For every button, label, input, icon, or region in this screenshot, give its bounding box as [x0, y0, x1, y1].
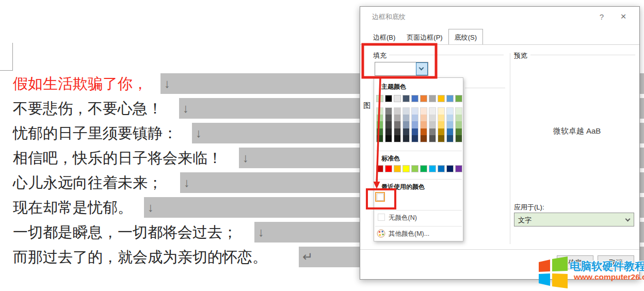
tab-borders[interactable]: 边框(B): [367, 30, 401, 44]
theme-variant-swatch[interactable]: [447, 115, 453, 121]
line-break-mark-icon: ↓: [148, 197, 154, 218]
tab-page-border[interactable]: 页面边框(P): [401, 30, 448, 44]
theme-color-swatch[interactable]: [438, 95, 445, 102]
standard-color-swatch[interactable]: [394, 165, 401, 172]
theme-variant-swatch[interactable]: [377, 108, 383, 115]
tabstrip-divider: [360, 44, 639, 45]
theme-color-swatch[interactable]: [429, 95, 436, 102]
theme-variant-swatch[interactable]: [447, 108, 453, 115]
theme-variant-swatch[interactable]: [377, 115, 383, 121]
recent-color-swatch-selected[interactable]: [375, 192, 385, 202]
text-boundary-corner-vline: [12, 43, 13, 70]
theme-variant-swatch[interactable]: [456, 135, 462, 142]
theme-variant-swatch[interactable]: [385, 121, 392, 128]
theme-color-swatch[interactable]: [394, 95, 401, 102]
theme-variant-swatch[interactable]: [456, 115, 462, 121]
standard-color-swatch[interactable]: [376, 165, 383, 172]
line-break-mark-icon: ↓: [258, 222, 264, 242]
theme-variant-swatch[interactable]: [385, 128, 392, 135]
theme-variant-swatch[interactable]: [403, 135, 409, 142]
theme-variant-swatch[interactable]: [447, 128, 453, 135]
theme-variant-swatch[interactable]: [385, 115, 392, 121]
theme-variant-swatch[interactable]: [403, 121, 409, 128]
theme-color-swatch[interactable]: [376, 95, 383, 102]
picker-separator: [375, 210, 462, 211]
theme-variant-swatch[interactable]: [412, 121, 418, 128]
help-icon[interactable]: ?: [595, 11, 608, 23]
theme-variant-swatch[interactable]: [394, 108, 400, 115]
no-color-item[interactable]: 无颜色(N): [374, 211, 463, 224]
picker-separator: [375, 179, 462, 180]
standard-color-swatch[interactable]: [455, 165, 462, 172]
theme-variant-swatch[interactable]: [377, 121, 383, 128]
theme-color-swatch[interactable]: [411, 95, 418, 102]
standard-color-swatch[interactable]: [411, 165, 418, 172]
standard-color-swatch[interactable]: [403, 165, 410, 172]
theme-variant-swatch[interactable]: [438, 115, 444, 121]
theme-variant-swatch[interactable]: [429, 108, 436, 115]
theme-variant-swatch[interactable]: [421, 135, 427, 142]
theme-variant-swatch[interactable]: [421, 108, 427, 115]
theme-variant-swatch[interactable]: [421, 128, 427, 135]
theme-variant-swatch[interactable]: [403, 128, 409, 135]
apply-to-combobox[interactable]: 文字: [514, 213, 634, 227]
theme-color-swatch[interactable]: [385, 95, 392, 102]
theme-variant-swatch[interactable]: [412, 128, 418, 135]
theme-color-swatch[interactable]: [420, 95, 427, 102]
picker-separator: [375, 226, 462, 227]
standard-color-swatch[interactable]: [438, 165, 445, 172]
theme-variant-swatch[interactable]: [403, 108, 409, 115]
theme-variant-swatch[interactable]: [456, 128, 462, 135]
standard-color-swatch[interactable]: [420, 165, 427, 172]
line-break-mark-icon: ↓: [164, 73, 170, 94]
more-colors-item[interactable]: 其他颜色(M)...: [374, 227, 463, 240]
theme-variant-swatch[interactable]: [403, 115, 409, 121]
standard-color-swatch[interactable]: [446, 165, 454, 172]
theme-variant-swatch[interactable]: [438, 128, 444, 135]
theme-variant-swatch[interactable]: [385, 135, 392, 142]
theme-variant-swatch[interactable]: [429, 115, 436, 121]
theme-variant-swatch[interactable]: [412, 135, 418, 142]
theme-variant-swatch[interactable]: [429, 128, 436, 135]
theme-variant-swatch[interactable]: [429, 121, 436, 128]
theme-color-swatch[interactable]: [455, 95, 462, 102]
theme-variant-swatch[interactable]: [377, 135, 383, 142]
theme-variant-swatch[interactable]: [394, 121, 400, 128]
theme-variant-swatch[interactable]: [421, 121, 427, 128]
theme-variant-swatch[interactable]: [394, 135, 400, 142]
theme-variant-swatch[interactable]: [438, 135, 444, 142]
theme-variant-swatch[interactable]: [447, 135, 453, 142]
close-icon[interactable]: ×: [616, 10, 631, 23]
tab-shading[interactable]: 底纹(S): [448, 29, 483, 44]
theme-variant-swatch[interactable]: [429, 135, 436, 142]
apply-to-label: 应用于(L):: [514, 203, 544, 212]
paragraph-text: 不要悲伤，不要心急！: [11, 98, 179, 119]
theme-color-swatch[interactable]: [403, 95, 410, 102]
theme-color-swatch[interactable]: [446, 95, 454, 102]
white-color-swatch[interactable]: [377, 193, 384, 201]
fill-combo-dropdown-button[interactable]: [416, 62, 428, 75]
picker-separator: [375, 151, 462, 151]
preview-group-label: 预览: [514, 51, 527, 60]
theme-variant-swatch[interactable]: [385, 108, 392, 115]
theme-variant-column: [376, 107, 383, 142]
theme-variant-swatch[interactable]: [438, 121, 444, 128]
standard-color-swatch[interactable]: [429, 165, 436, 172]
no-color-swatch-icon: [378, 214, 385, 221]
dialog-titlebar[interactable]: 边框和底纹 ? ×: [360, 7, 639, 27]
theme-variant-swatch[interactable]: [438, 108, 444, 115]
theme-variant-swatch[interactable]: [394, 128, 400, 135]
standard-colors-label: 标准色: [381, 154, 400, 163]
theme-variant-swatch[interactable]: [447, 121, 453, 128]
theme-variant-swatch[interactable]: [456, 108, 462, 115]
theme-variant-swatch[interactable]: [412, 115, 418, 121]
theme-variant-swatch[interactable]: [412, 108, 418, 115]
theme-variant-swatch[interactable]: [394, 115, 400, 121]
theme-variant-swatch[interactable]: [377, 128, 383, 135]
theme-variant-swatch[interactable]: [421, 115, 427, 121]
standard-color-swatch[interactable]: [385, 165, 392, 172]
theme-variant-swatch[interactable]: [456, 121, 462, 128]
section-divider: [510, 53, 510, 244]
fill-color-combobox[interactable]: [375, 62, 428, 76]
theme-variant-column: [385, 107, 392, 142]
